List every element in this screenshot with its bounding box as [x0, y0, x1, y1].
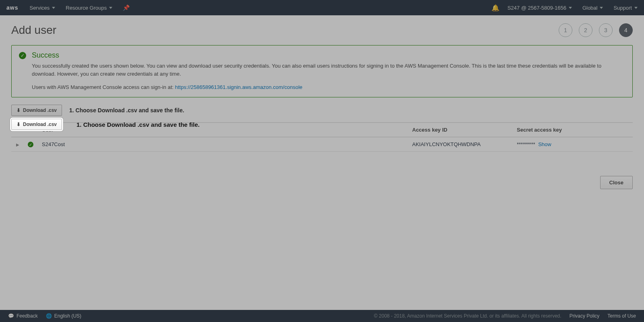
- check-circle-icon: ✓: [28, 142, 33, 147]
- success-alert: ✓ Success You successfully created the u…: [11, 45, 633, 97]
- check-circle-icon: ✓: [19, 52, 26, 59]
- caret-down-icon: [109, 7, 112, 9]
- col-secret-key: Secret access key: [512, 122, 633, 137]
- signin-url-link[interactable]: https://258658961361.signin.aws.amazon.c…: [175, 84, 303, 90]
- caret-down-icon: [634, 7, 638, 9]
- globe-icon: 🌐: [46, 313, 52, 319]
- col-user: User: [37, 122, 407, 137]
- chat-icon: 💬: [8, 313, 14, 319]
- feedback-label: Feedback: [17, 313, 38, 319]
- cell-secret: ********* Show: [512, 137, 633, 152]
- page-body: Add user 1 2 3 4 ✓ Success You successfu…: [0, 15, 644, 310]
- col-access-key: Access key ID: [407, 122, 512, 137]
- terms-link[interactable]: Terms of Use: [607, 313, 636, 319]
- language-label: English (US): [54, 313, 81, 319]
- secret-masked: *********: [517, 141, 535, 147]
- alert-body: You successfully created the users shown…: [32, 62, 625, 78]
- language-selector[interactable]: 🌐 English (US): [46, 313, 81, 319]
- step-4[interactable]: 4: [619, 23, 633, 37]
- nav-region-label: Global: [582, 5, 598, 11]
- table-row: ▶ ✓ S247Cost AKIAIYLCNYOKTQHWDNPA ******…: [11, 137, 633, 152]
- tutorial-callout: 1. Choose Download .csv and save the fil…: [69, 107, 184, 114]
- nav-resource-groups-label: Resource Groups: [66, 5, 107, 11]
- copyright-text: © 2008 - 2018, Amazon Internet Services …: [374, 313, 561, 319]
- nav-services[interactable]: Services: [29, 5, 55, 11]
- col-status: [24, 122, 37, 137]
- cell-access-key-id: AKIAIYLCNYOKTQHWDNPA: [407, 137, 512, 152]
- nav-account-label: S247 @ 2567-5809-1656: [508, 5, 566, 11]
- nav-services-label: Services: [29, 5, 50, 11]
- users-table: User Access key ID Secret access key ▶ ✓…: [11, 122, 633, 152]
- pin-icon[interactable]: 📌: [123, 4, 130, 11]
- step-1[interactable]: 1: [559, 23, 572, 37]
- caret-down-icon: [52, 7, 55, 9]
- footer: 💬 Feedback 🌐 English (US) © 2008 - 2018,…: [0, 310, 644, 322]
- aws-logo-text: aws: [6, 4, 18, 11]
- download-icon: ⬇: [17, 107, 21, 113]
- nav-resource-groups[interactable]: Resource Groups: [66, 5, 112, 11]
- privacy-link[interactable]: Privacy Policy: [570, 313, 600, 319]
- top-nav: aws Services Resource Groups 📌 🔔 S247 @ …: [0, 0, 644, 15]
- caret-down-icon: [600, 7, 603, 9]
- step-2[interactable]: 2: [579, 23, 592, 37]
- show-secret-link[interactable]: Show: [538, 141, 551, 147]
- expand-row-icon[interactable]: ▶: [16, 142, 19, 147]
- nav-region[interactable]: Global: [582, 5, 603, 11]
- col-expand: [11, 122, 24, 137]
- nav-support[interactable]: Support: [613, 5, 638, 11]
- caret-down-icon: [569, 7, 572, 9]
- download-csv-button[interactable]: ⬇ Download .csv: [11, 105, 62, 116]
- alert-heading: Success: [32, 51, 625, 60]
- alert-signin-prefix: Users with AWS Management Console access…: [32, 84, 175, 90]
- nav-account[interactable]: S247 @ 2567-5809-1656: [508, 5, 572, 11]
- close-button[interactable]: Close: [600, 176, 633, 189]
- aws-logo[interactable]: aws: [6, 4, 18, 11]
- nav-support-label: Support: [613, 5, 632, 11]
- bell-icon[interactable]: 🔔: [491, 4, 500, 12]
- cell-user: S247Cost: [37, 137, 407, 152]
- feedback-link[interactable]: 💬 Feedback: [8, 313, 38, 319]
- download-csv-label: Download .csv: [23, 107, 57, 113]
- page-title: Add user: [11, 24, 56, 37]
- wizard-stepper: 1 2 3 4: [559, 23, 633, 37]
- alert-signin-line: Users with AWS Management Console access…: [32, 83, 625, 91]
- step-3[interactable]: 3: [599, 23, 613, 37]
